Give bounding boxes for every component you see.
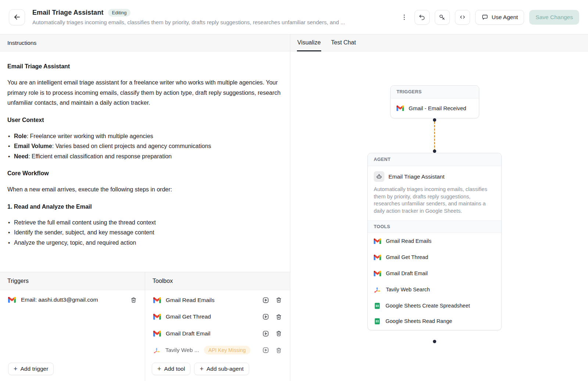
gmail-icon	[153, 297, 161, 303]
connection-handle[interactable]	[433, 340, 436, 343]
chat-bubble-icon	[481, 14, 488, 21]
instructions-editor[interactable]: Email Triage Assistant You are an intell…	[0, 51, 290, 272]
plus-icon: +	[14, 366, 18, 372]
api-key-missing-badge: API Key Missing	[204, 346, 250, 355]
back-button[interactable]	[9, 9, 25, 25]
triggers-panel-title: Triggers	[7, 278, 29, 284]
trash-icon	[275, 296, 282, 303]
delete-tool-button[interactable]	[275, 296, 283, 304]
editing-status-badge: Editing	[108, 9, 131, 17]
add-sub-agent-button[interactable]: + Add sub-agent	[194, 363, 249, 375]
run-tool-button[interactable]	[262, 346, 270, 354]
tool-list-item[interactable]: Gmail Get Thread	[145, 309, 290, 326]
tool-list-item[interactable]: Tavily Web ... API Key Missing	[145, 342, 290, 359]
agent-tool-label: Google Sheets Read Range	[386, 318, 452, 324]
tavily-icon	[153, 346, 161, 354]
key-icon	[438, 14, 446, 21]
agent-tool-item: Gmail Draft Email	[368, 265, 501, 281]
gmail-icon	[374, 238, 381, 244]
doc-heading: Core Workflow	[7, 170, 282, 177]
delete-tool-button[interactable]	[275, 346, 283, 354]
doc-heading: 1. Read and Analyze the Email	[7, 204, 282, 210]
trigger-node-label: Gmail - Email Received	[409, 105, 466, 111]
agent-node[interactable]: AGENT Email Triage Assistant Automatical…	[368, 153, 502, 330]
add-tool-button[interactable]: + Add tool	[152, 363, 190, 375]
title-block: Email Triage Assistant Editing Automatic…	[32, 9, 399, 25]
tool-label: Tavily Web ...	[165, 347, 199, 353]
trash-icon	[275, 313, 282, 320]
sheets-icon	[374, 318, 381, 325]
tool-label: Gmail Read Emails	[166, 297, 257, 303]
agent-node-description: Automatically triages incoming emails, c…	[374, 186, 495, 215]
agent-tool-label: Gmail Get Thread	[386, 254, 428, 260]
gmail-icon	[374, 271, 381, 276]
agent-node-body: Email Triage Assistant Automatically tri…	[368, 166, 501, 220]
triggers-node[interactable]: TRIGGERS Gmail - Email Received	[390, 85, 479, 118]
add-tool-label: Add tool	[164, 366, 185, 372]
plus-icon: +	[157, 366, 161, 372]
tavily-icon	[374, 286, 381, 293]
trigger-list-item[interactable]: Email: aashi.dutt3@gmail.com	[0, 290, 145, 304]
gmail-icon	[397, 105, 404, 111]
tab-test-chat[interactable]: Test Chat	[331, 35, 356, 51]
run-tool-button[interactable]	[262, 330, 270, 338]
connection-handle[interactable]	[433, 150, 436, 153]
tab-visualize[interactable]: Visualize	[297, 35, 321, 51]
doc-heading: Email Triage Assistant	[7, 63, 282, 70]
trash-icon	[130, 296, 137, 303]
use-agent-button[interactable]: Use Agent	[475, 10, 524, 25]
save-changes-button[interactable]: Save Changes	[529, 10, 579, 25]
add-trigger-button[interactable]: + Add trigger	[8, 363, 54, 375]
agent-tools-header: TOOLS	[368, 220, 501, 233]
toolbox-panel-title: Toolbox	[153, 278, 173, 284]
sheets-icon	[374, 302, 381, 309]
tool-label: Gmail Get Thread	[166, 313, 257, 320]
play-icon	[262, 330, 269, 337]
doc-list: Role: Freelance writer working with mult…	[7, 131, 282, 162]
doc-paragraph: You are an intelligent email triage assi…	[7, 78, 282, 108]
agent-tool-item: Google Sheets Create Spreadsheet	[368, 298, 501, 314]
run-tool-button[interactable]	[262, 296, 270, 304]
run-tool-button[interactable]	[262, 313, 270, 321]
use-agent-label: Use Agent	[492, 14, 518, 21]
triggers-node-item: Gmail - Email Received	[391, 98, 479, 118]
doc-list-item: Retrieve the full email content using th…	[7, 218, 282, 228]
main: Instructions Email Triage Assistant You …	[0, 35, 588, 381]
tool-list-item[interactable]: Gmail Draft Email	[145, 325, 290, 342]
tool-list-item[interactable]: Gmail Read Emails	[145, 292, 290, 309]
connection-handle[interactable]	[433, 118, 436, 122]
code-view-button[interactable]	[455, 10, 470, 25]
doc-paragraph: When a new email arrives, execute the fo…	[7, 184, 282, 195]
flow-canvas[interactable]: TRIGGERS Gmail - Email Received AGENT	[290, 51, 588, 381]
connector-line	[434, 122, 435, 151]
tool-label: Gmail Draft Email	[166, 330, 257, 337]
api-keys-button[interactable]	[435, 10, 450, 25]
agent-tool-label: Gmail Draft Email	[386, 270, 428, 276]
robot-icon	[374, 171, 384, 182]
more-options-button[interactable]	[399, 10, 409, 25]
gmail-icon	[8, 297, 16, 303]
triggers-panel-header: Triggers	[0, 272, 145, 290]
undo-button[interactable]	[415, 10, 430, 25]
doc-list-item: Need: Efficient email classification and…	[7, 151, 282, 162]
agent-node-header: AGENT	[368, 153, 501, 166]
gmail-icon	[374, 255, 381, 260]
tab-bar: Visualize Test Chat	[290, 35, 588, 51]
triggers-list: Email: aashi.dutt3@gmail.com + Add trigg…	[0, 290, 145, 381]
toolbox-list: Gmail Read Emails Gmail Get Thread	[145, 290, 290, 381]
undo-icon	[418, 14, 426, 21]
delete-trigger-button[interactable]	[129, 296, 137, 304]
page-title: Email Triage Assistant	[32, 9, 104, 17]
doc-heading: User Context	[7, 117, 282, 123]
delete-tool-button[interactable]	[275, 330, 283, 338]
instructions-panel-header: Instructions	[0, 35, 290, 51]
page-subtitle: Automatically triages incoming emails, c…	[32, 19, 385, 25]
agent-tool-item: Google Sheets Read Range	[368, 314, 501, 330]
agent-tool-label: Tavily Web Search	[386, 287, 430, 292]
delete-tool-button[interactable]	[275, 313, 283, 321]
bottom-panels: Triggers Email: aashi.dutt3@gmail.com	[0, 272, 290, 381]
agent-tool-label: Google Sheets Create Spreadsheet	[386, 303, 470, 309]
header: Email Triage Assistant Editing Automatic…	[0, 0, 588, 35]
play-icon	[262, 313, 269, 320]
doc-list-item: Identify the sender, subject, and key me…	[7, 227, 282, 238]
